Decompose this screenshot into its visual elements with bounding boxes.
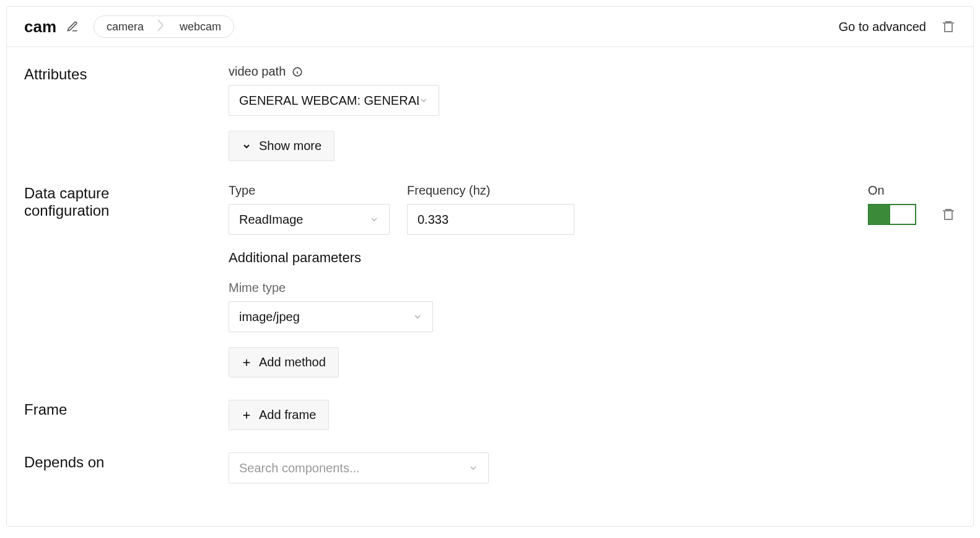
section-label-data-capture: Data capture configuration [24, 183, 173, 377]
video-path-label: video path [229, 64, 439, 79]
type-select[interactable]: ReadImage [229, 204, 390, 235]
info-icon[interactable] [292, 66, 303, 77]
chevron-down-icon [419, 95, 429, 105]
search-placeholder: Search components... [239, 461, 360, 475]
section-label-attributes: Attributes [24, 64, 229, 161]
chevron-down-icon [369, 214, 379, 224]
depends-on-search[interactable]: Search components... [229, 452, 489, 483]
show-more-button[interactable]: Show more [229, 131, 335, 161]
delete-component-button[interactable] [941, 19, 956, 34]
add-method-button[interactable]: Add method [229, 347, 339, 377]
component-title: cam [24, 17, 56, 37]
section-data-capture: Type ReadImage Frequency (hz) On [229, 183, 956, 377]
chevron-down-icon [242, 141, 252, 151]
chevron-down-icon [468, 463, 478, 473]
frequency-input[interactable] [407, 204, 574, 235]
component-body: Attributes video path GENERAL WEBCAM: GE… [7, 47, 973, 496]
section-attributes: video path GENERAL WEBCAM: GENERAL W [229, 64, 956, 161]
section-label-depends-on: Depends on [24, 452, 229, 483]
additional-params-heading: Additional parameters [229, 250, 361, 266]
capture-toggle[interactable] [868, 204, 916, 225]
mime-type-label: Mime type [229, 281, 433, 295]
component-header: cam camera webcam Go to advanced [7, 7, 973, 47]
breadcrumb: camera webcam [94, 15, 234, 38]
breadcrumb-item-webcam[interactable]: webcam [165, 17, 234, 37]
chevron-down-icon [413, 312, 422, 322]
breadcrumb-item-camera[interactable]: camera [94, 17, 156, 37]
go-to-advanced-link[interactable]: Go to advanced [839, 20, 926, 34]
mime-type-select[interactable]: image/jpeg [229, 301, 433, 332]
breadcrumb-separator-icon [157, 19, 164, 35]
plus-icon [242, 410, 252, 420]
type-label: Type [229, 183, 390, 198]
plus-icon [242, 358, 252, 368]
add-frame-button[interactable]: Add frame [229, 400, 329, 430]
component-card: cam camera webcam Go to advanced Attribu… [6, 6, 974, 527]
frequency-label: Frequency (hz) [407, 183, 574, 198]
video-path-select[interactable]: GENERAL WEBCAM: GENERAL W [229, 85, 439, 116]
section-label-frame: Frame [24, 400, 229, 430]
edit-name-icon[interactable] [66, 20, 79, 33]
section-depends-on: Search components... [229, 452, 956, 483]
toggle-label: On [868, 183, 956, 198]
section-frame: Add frame [229, 400, 956, 430]
delete-method-button[interactable] [941, 207, 956, 222]
